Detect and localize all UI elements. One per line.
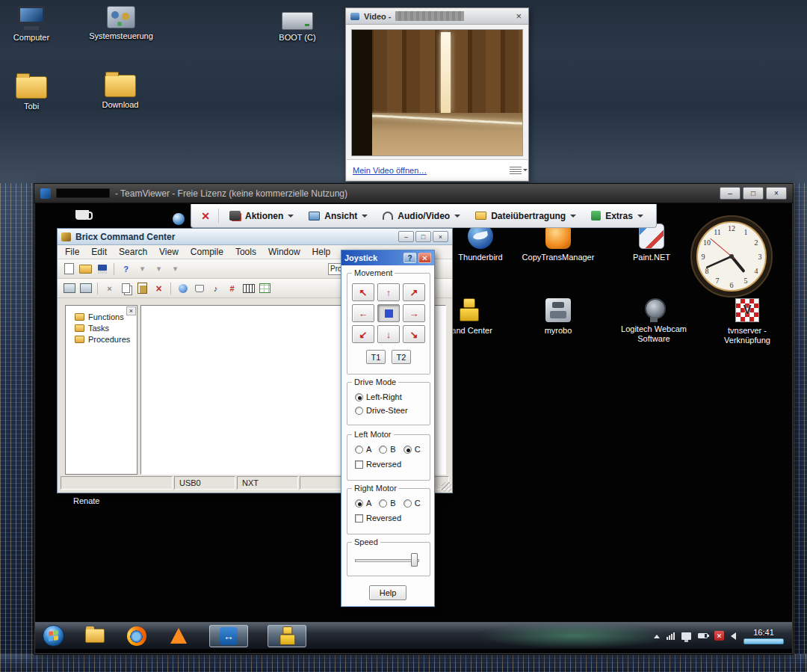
menu-ansicht[interactable]: Ansicht	[301, 204, 375, 227]
new-file-icon[interactable]	[62, 262, 76, 276]
joystick-tool-icon[interactable]	[225, 282, 239, 295]
desktop-icon-copytransmanager[interactable]: CopyTransManager	[516, 224, 600, 262]
close-button[interactable]	[433, 231, 448, 242]
move-down-right-button[interactable]: ↘	[403, 325, 425, 343]
brick-tool-icon[interactable]	[192, 282, 206, 295]
speed-slider-track[interactable]	[355, 559, 419, 562]
desktop-icon-label-renate[interactable]: Renate	[73, 496, 99, 505]
bricx-titlebar[interactable]: Bricx Command Center	[58, 229, 452, 245]
direct-control-icon[interactable]	[176, 282, 190, 295]
desktop-icon-myrobo[interactable]: myrobo	[528, 298, 588, 336]
stop-menu-icon[interactable]	[168, 262, 182, 276]
taskbar-clock-area[interactable]: 16:41	[743, 628, 785, 644]
menu-edit[interactable]: Edit	[91, 247, 107, 257]
help-button[interactable]: Help	[369, 585, 406, 600]
clock-gadget[interactable]: 123456789101112	[690, 215, 773, 298]
left-motor-reversed-checkbox[interactable]: Reversed	[355, 460, 430, 469]
compile-menu-icon[interactable]	[135, 262, 149, 276]
code-window-icon[interactable]	[78, 282, 93, 295]
tray-expand-icon[interactable]	[654, 632, 660, 638]
close-session-button[interactable]: ✕	[196, 210, 215, 222]
save-icon[interactable]	[95, 262, 109, 276]
right-motor-b-radio[interactable]: B	[379, 499, 395, 508]
battery-icon[interactable]	[698, 633, 708, 638]
panel-close-icon[interactable]: ×	[126, 306, 136, 315]
cup-icon[interactable]	[75, 210, 89, 220]
taskbar-robot-app-button[interactable]	[268, 625, 306, 647]
taskbar-vlc-button[interactable]	[167, 625, 190, 647]
menu-view[interactable]: View	[159, 247, 179, 257]
maximize-button[interactable]	[743, 187, 764, 200]
teamviewer-titlebar[interactable]: - TeamViewer - Freie Lizenz (keine komme…	[34, 184, 793, 203]
delete-icon[interactable]	[152, 282, 166, 295]
left-motor-a-radio[interactable]: A	[355, 445, 371, 454]
templates-window-icon[interactable]	[62, 282, 76, 295]
desktop-icon-logitech-webcam[interactable]: Logitech Webcam Software	[619, 298, 688, 344]
left-motor-b-radio[interactable]: B	[379, 445, 395, 454]
joystick-titlebar[interactable]: Joystick	[341, 250, 434, 265]
menu-aktionen[interactable]: Aktionen	[222, 204, 301, 227]
signal-strength-icon[interactable]	[667, 632, 675, 640]
taskbar-firefox-button[interactable]	[126, 625, 148, 647]
desktop-icon-thunderbird[interactable]: Thunderbird	[445, 224, 516, 262]
drive-mode-drive-steer-radio[interactable]: Drive-Steer	[355, 406, 430, 415]
menu-file[interactable]: File	[65, 247, 79, 257]
help-icon[interactable]	[119, 262, 133, 276]
desktop-icon-computer[interactable]: Computer	[7, 6, 55, 43]
menu-tools[interactable]: Tools	[235, 247, 256, 257]
menu-dateiuebertragung[interactable]: Dateiübertragung	[468, 204, 584, 227]
move-down-left-button[interactable]: ↙	[352, 325, 374, 343]
drive-mode-left-right-radio[interactable]: Left-Right	[355, 392, 430, 401]
move-up-button[interactable]: ↑	[377, 283, 400, 301]
start-button[interactable]	[43, 625, 64, 647]
menu-search[interactable]: Search	[119, 247, 147, 257]
menu-extras[interactable]: Extras	[584, 204, 651, 227]
keys-tool-icon[interactable]	[241, 282, 256, 295]
move-left-button[interactable]: ←	[352, 304, 374, 322]
dialog-help-button[interactable]	[404, 253, 416, 263]
t2-button[interactable]: T2	[392, 350, 411, 364]
left-motor-c-radio[interactable]: C	[404, 445, 421, 454]
globe-icon[interactable]	[173, 213, 185, 225]
video-window-titlebar[interactable]: Video - ×	[346, 8, 528, 25]
speed-slider-thumb[interactable]	[411, 553, 418, 567]
desktop-icon-boot-drive[interactable]: BOOT (C)	[273, 12, 321, 43]
tree-item-procedures[interactable]: Procedures	[75, 335, 134, 344]
menu-help[interactable]: Help	[312, 247, 331, 257]
open-my-video-link[interactable]: Mein Video öffnen…	[353, 166, 427, 175]
menu-compile[interactable]: Compile	[191, 247, 223, 257]
datalog-tool-icon[interactable]	[258, 282, 272, 295]
resize-grip[interactable]	[442, 482, 451, 492]
menu-audio-video[interactable]: Audio/Video	[375, 204, 468, 227]
desktop-icon-paintnet[interactable]: Paint.NET	[618, 224, 685, 262]
maximize-button[interactable]	[415, 231, 431, 242]
move-right-button[interactable]: →	[403, 304, 425, 322]
tree-item-tasks[interactable]: Tasks	[75, 324, 134, 333]
desktop-icon-tobi[interactable]: Tobi	[7, 76, 55, 111]
cut-icon[interactable]	[102, 282, 117, 295]
piano-tool-icon[interactable]	[208, 282, 223, 295]
right-motor-reversed-checkbox[interactable]: Reversed	[355, 514, 430, 523]
menu-window[interactable]: Window	[268, 247, 300, 257]
close-button[interactable]	[766, 187, 787, 200]
move-up-right-button[interactable]: ↗	[403, 283, 425, 301]
desktop-icon-systemsteuerung[interactable]: Systemsteuerung	[85, 6, 157, 41]
video-window-close-button[interactable]: ×	[513, 11, 524, 21]
paste-icon[interactable]	[135, 282, 149, 295]
copy-icon[interactable]	[119, 282, 133, 295]
tree-item-functions[interactable]: Functions	[75, 312, 134, 321]
minimize-button[interactable]	[398, 231, 414, 242]
network-icon[interactable]	[681, 632, 691, 640]
video-menu-icon[interactable]	[510, 167, 522, 174]
move-up-left-button[interactable]: ↖	[352, 283, 374, 301]
stop-button[interactable]	[377, 304, 400, 322]
right-motor-a-radio[interactable]: A	[355, 499, 371, 508]
move-down-button[interactable]: ↓	[377, 325, 400, 343]
taskbar-teamviewer-button[interactable]	[209, 625, 248, 647]
right-motor-c-radio[interactable]: C	[404, 499, 421, 508]
desktop-icon-download[interactable]: Download	[96, 75, 145, 110]
minimize-button[interactable]	[720, 187, 740, 200]
alert-icon[interactable]	[714, 631, 724, 641]
dialog-close-button[interactable]	[418, 253, 431, 263]
desktop-icon-tvnserver[interactable]: tvnserver - Verknüpfung	[717, 298, 778, 345]
